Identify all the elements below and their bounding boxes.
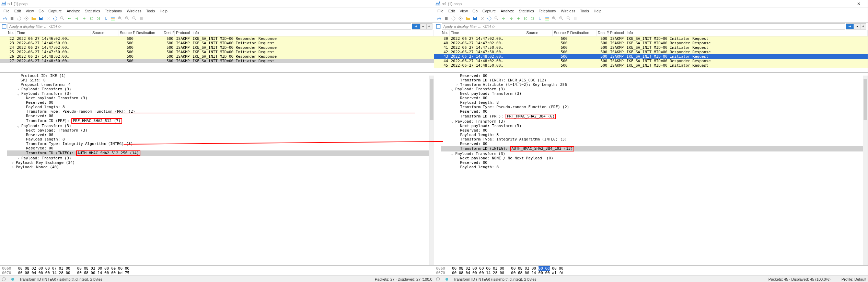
next-button[interactable] [508,15,514,22]
save-button[interactable] [472,15,478,22]
detail-line[interactable]: ›Payload: Key Exchange (34) [7,160,434,165]
detail-line[interactable]: Next payload: Transform (3) [7,128,434,133]
jump-button[interactable] [81,15,88,22]
detail-line[interactable]: Reserved: 00 [441,160,868,165]
detail-line[interactable]: Transform Type: Pseudo-random Function (… [441,105,868,109]
filter-add-button[interactable]: + [426,23,432,30]
menu-wireless[interactable]: Wireless [559,8,577,14]
packet-row[interactable]: 252022-06-27 14:47:50.00… 500 500 ISAKMP… [0,50,434,54]
detail-line[interactable]: Transform ID (PRF): PRF_HMAC_SHA2_384 (6… [441,114,868,119]
col-proto[interactable]: Protocol [175,30,191,36]
col-sport[interactable]: Source Port [553,30,569,36]
expand-icon[interactable]: › [17,156,21,160]
first-button[interactable] [522,15,529,22]
zoom-out-button[interactable] [558,15,565,22]
packet-row[interactable]: 432022-06-27 14:48:02.00… 500 500 ISAKMP… [434,54,868,59]
detail-line[interactable]: Payload length: 8 [441,133,868,137]
zoom-in-button[interactable] [551,15,558,22]
packet-row[interactable]: 242022-06-27 14:47:02.00… 500 500 ISAKMP… [0,45,434,50]
menu-help[interactable]: Help [592,8,604,14]
maximize-button[interactable]: □ [835,0,851,8]
detail-line[interactable]: Next payload: Transform (3) [441,91,868,96]
menu-analyze[interactable]: Analyze [65,8,82,14]
col-time[interactable]: Time [15,30,91,36]
detail-line[interactable]: Reserved: 00 [441,74,868,78]
packet-detail[interactable]: Protocol ID: IKE (1) SPI Size: 0 Proposa… [0,73,434,266]
detail-line-selected[interactable]: Transform ID (INTEG): AUTH_HMAC_SHA2_384… [441,146,868,151]
detail-line[interactable]: Reserved: 00 [7,133,434,137]
menu-statistics[interactable]: Statistics [517,8,536,14]
reload-button[interactable] [52,15,59,22]
detail-line[interactable]: SPI Size: 0 [7,78,434,82]
jump-button[interactable] [515,15,522,22]
expand-icon[interactable]: › [456,82,460,87]
detail-line[interactable]: Transform Type: Integrity Algorithm (INT… [7,142,434,146]
resize-columns-button[interactable] [138,15,145,22]
detail-line[interactable]: Transform Type: Integrity Algorithm (INT… [441,137,868,142]
filter-input[interactable] [9,24,409,29]
menu-view[interactable]: View [458,8,470,14]
zoom-out-button[interactable] [124,15,131,22]
find-button[interactable] [59,15,66,22]
packet-list[interactable]: 222022-06-27 14:46:02.00… 500 500 ISAKMP… [0,36,434,73]
zoom-reset-button[interactable] [131,15,138,22]
packet-row[interactable]: 272022-06-27 14:48:50.00… 500 500 ISAKMP… [0,59,434,63]
detail-line[interactable]: Reserved: 00 [7,100,434,105]
menu-statistics[interactable]: Statistics [83,8,102,14]
detail-line[interactable]: Protocol ID: IKE (1) [7,74,434,78]
open-button[interactable] [464,15,471,22]
filter-add-button[interactable]: + [860,23,866,30]
minimize-button[interactable]: ― [820,0,835,8]
filter-history-button[interactable]: ▾ [854,23,860,30]
packet-row[interactable]: 402022-06-27 14:47:02.00… 500 500 ISAKMP… [434,41,868,45]
packet-list[interactable]: 392022-06-27 14:47:02.00… 500 500 ISAKMP… [434,36,868,73]
detail-line[interactable]: ›Payload: Transform (3) [7,87,434,91]
close-button[interactable] [479,15,486,22]
colorize-button[interactable] [109,15,116,22]
detail-line[interactable]: Payload length: 8 [7,137,434,142]
detail-line[interactable]: ›Payload: Transform (3) [7,156,434,160]
menu-tools[interactable]: Tools [578,8,591,14]
col-no[interactable]: No. [434,30,450,36]
next-button[interactable] [73,15,80,22]
detail-line[interactable]: Reserved: 00 [441,142,868,146]
colorize-button[interactable] [544,15,551,22]
packet-row[interactable]: 392022-06-27 14:47:02.00… 500 500 ISAKMP… [434,36,868,41]
menu-capture[interactable]: Capture [481,8,498,14]
options-button[interactable] [23,15,30,22]
menu-edit[interactable]: Edit [446,8,457,14]
reload-button[interactable] [486,15,493,22]
last-button[interactable] [95,15,102,22]
col-info[interactable]: Info [191,30,434,36]
expert-icon[interactable] [10,277,15,282]
stop-capture-button[interactable] [443,15,450,22]
apply-filter-button[interactable]: ➔ [846,23,854,30]
menu-edit[interactable]: Edit [12,8,23,14]
expand-icon[interactable]: › [12,160,16,165]
expand-icon[interactable]: › [17,87,21,91]
detail-line[interactable]: ›Payload: Nonce (40) [7,165,434,169]
detail-line[interactable]: Reserved: 00 [441,109,868,114]
close-button[interactable]: ✕ [851,0,866,8]
col-proto[interactable]: Protocol [609,30,625,36]
detail-line[interactable]: ⌄Payload: Transform (3) [441,151,868,156]
bookmark-icon[interactable] [1,24,7,29]
first-button[interactable] [88,15,95,22]
open-button[interactable] [30,15,37,22]
collapse-icon[interactable]: ⌄ [17,91,21,96]
col-dport[interactable]: Dest Port [597,30,609,36]
col-source[interactable]: Source [91,30,118,36]
restart-capture-button[interactable] [16,15,23,22]
status-icon[interactable] [1,277,6,282]
menu-analyze[interactable]: Analyze [499,8,516,14]
autoscroll-button[interactable] [536,15,543,22]
detail-line[interactable]: ⌄Payload: Transform (3) [441,119,868,124]
scrollbar[interactable] [863,76,868,265]
packet-row[interactable]: 232022-06-27 14:46:50.00… 500 500 ISAKMP… [0,41,434,45]
col-dest[interactable]: Destination [569,30,597,36]
menu-view[interactable]: View [24,8,36,14]
detail-line[interactable]: Proposal transforms: 4 [7,82,434,87]
packet-row[interactable]: 452022-06-27 14:48:50.00… 500 500 ISAKMP… [434,63,868,68]
detail-line[interactable]: Reserved: 00 [7,114,434,118]
collapse-icon[interactable]: ⌄ [451,119,455,124]
